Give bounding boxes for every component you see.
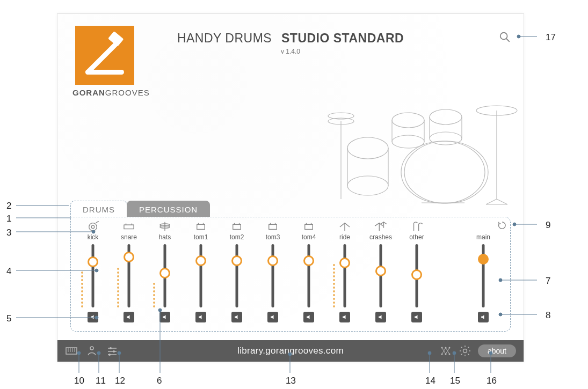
channel-label-tom3: tom3 <box>266 233 280 241</box>
mute-kick[interactable] <box>88 312 98 322</box>
svg-rect-24 <box>197 224 205 229</box>
tom-icon[interactable] <box>301 221 316 232</box>
channel-label-other: other <box>409 233 424 241</box>
ride-icon[interactable] <box>337 221 352 232</box>
svg-point-3 <box>401 141 485 203</box>
slider-tom4[interactable] <box>298 244 320 307</box>
slider-snare[interactable] <box>118 244 140 307</box>
hats-icon[interactable] <box>157 221 172 232</box>
tab-percussion[interactable]: PERCUSSION <box>127 201 210 217</box>
callout-7: 7 <box>546 276 550 287</box>
svg-point-4 <box>404 141 488 203</box>
resize-icon[interactable] <box>499 31 511 43</box>
channel-main: main <box>462 219 505 328</box>
slider-hats[interactable] <box>154 244 176 307</box>
callout-13: 13 <box>286 376 296 386</box>
other-icon[interactable] <box>409 221 424 232</box>
svg-point-14 <box>89 223 97 231</box>
channel-tom4: tom4 <box>292 219 325 328</box>
callout-2: 2 <box>6 201 11 211</box>
sliders-icon[interactable] <box>106 344 119 357</box>
slider-ride[interactable] <box>334 244 355 307</box>
meter-tom4 <box>297 254 299 307</box>
channel-label-tom1: tom1 <box>194 233 208 241</box>
meter-tom2 <box>225 254 227 307</box>
slider-other[interactable] <box>406 244 427 307</box>
kick-icon[interactable] <box>85 221 100 232</box>
channel-crashes: crashes <box>364 219 397 328</box>
callout-8: 8 <box>546 310 550 321</box>
meter-other <box>405 254 407 307</box>
callout-1: 1 <box>6 214 11 224</box>
svg-line-70 <box>461 354 462 355</box>
channel-tom1: tom1 <box>184 219 217 328</box>
mute-other[interactable] <box>411 312 422 322</box>
svg-line-71 <box>468 347 469 348</box>
svg-point-8 <box>392 135 424 148</box>
slider-main[interactable] <box>473 244 494 307</box>
routing-icon[interactable] <box>439 344 452 357</box>
mute-tom2[interactable] <box>231 312 242 322</box>
slider-tom3[interactable] <box>262 244 284 307</box>
brand-text: GORANGROOVES <box>72 88 137 97</box>
mixer-panel: kick snare hats tom1 <box>70 217 511 332</box>
tom-icon[interactable] <box>193 221 208 232</box>
snare-icon[interactable] <box>121 221 136 232</box>
crash-icon[interactable] <box>373 221 388 232</box>
tom-icon[interactable] <box>229 221 244 232</box>
meter-snare <box>117 254 119 307</box>
gear-icon[interactable] <box>459 344 471 357</box>
tom-icon[interactable] <box>265 221 280 232</box>
mute-crashes[interactable] <box>375 312 386 322</box>
channel-snare: snare <box>112 219 146 328</box>
mixer-tabs: DRUMS PERCUSSION <box>70 201 210 217</box>
callout-16: 16 <box>487 376 497 386</box>
meter-crashes <box>369 254 371 307</box>
svg-point-52 <box>110 347 112 349</box>
callout-10: 10 <box>74 376 84 386</box>
meter-tom3 <box>261 254 263 307</box>
svg-point-63 <box>463 349 467 353</box>
mute-tom4[interactable] <box>303 312 314 322</box>
svg-point-7 <box>392 113 424 128</box>
slider-tom2[interactable] <box>226 244 248 307</box>
plugin-window: GORANGROOVES HANDY DRUMS STUDIO STANDARD… <box>57 13 524 362</box>
mute-tom1[interactable] <box>195 312 206 322</box>
channel-tom2: tom2 <box>220 219 253 328</box>
humanize-icon[interactable] <box>85 344 98 357</box>
channel-label-ride: ride <box>339 233 350 241</box>
product-variant: STUDIO STANDARD <box>281 31 404 45</box>
mute-main[interactable] <box>478 312 489 322</box>
drumkit-illustration <box>314 78 518 207</box>
keyboard-map-icon[interactable] <box>65 344 78 357</box>
meter-hats <box>153 254 155 307</box>
product-name: HANDY DRUMS <box>177 31 272 45</box>
channel-label-tom2: tom2 <box>230 233 244 241</box>
channel-label-snare: snare <box>121 233 137 241</box>
mute-snare[interactable] <box>124 312 134 322</box>
library-link[interactable]: library.gorangrooves.com <box>237 346 344 356</box>
channel-hats: hats <box>148 219 182 328</box>
about-button[interactable]: about <box>478 344 516 357</box>
channel-label-main: main <box>476 233 490 241</box>
tab-drums[interactable]: DRUMS <box>70 201 127 217</box>
mute-tom3[interactable] <box>267 312 278 322</box>
mute-ride[interactable] <box>339 312 350 322</box>
svg-point-56 <box>108 354 111 356</box>
slider-tom1[interactable] <box>190 244 212 307</box>
footer-bar: library.gorangrooves.com <box>57 340 524 362</box>
svg-point-54 <box>113 350 115 353</box>
title-block: HANDY DRUMS STUDIO STANDARD v 1.4.0 <box>57 31 524 55</box>
callout-14: 14 <box>425 376 435 386</box>
slider-kick[interactable] <box>82 244 104 307</box>
channel-kick: kick <box>76 219 110 328</box>
svg-rect-28 <box>233 224 241 229</box>
svg-point-9 <box>430 109 462 124</box>
svg-line-69 <box>468 354 469 355</box>
slider-crashes[interactable] <box>370 244 391 307</box>
callout-5: 5 <box>6 313 11 324</box>
svg-rect-36 <box>305 224 313 229</box>
channel-label-crashes: crashes <box>369 233 392 241</box>
mute-hats[interactable] <box>159 312 170 322</box>
callout-17: 17 <box>546 32 556 43</box>
